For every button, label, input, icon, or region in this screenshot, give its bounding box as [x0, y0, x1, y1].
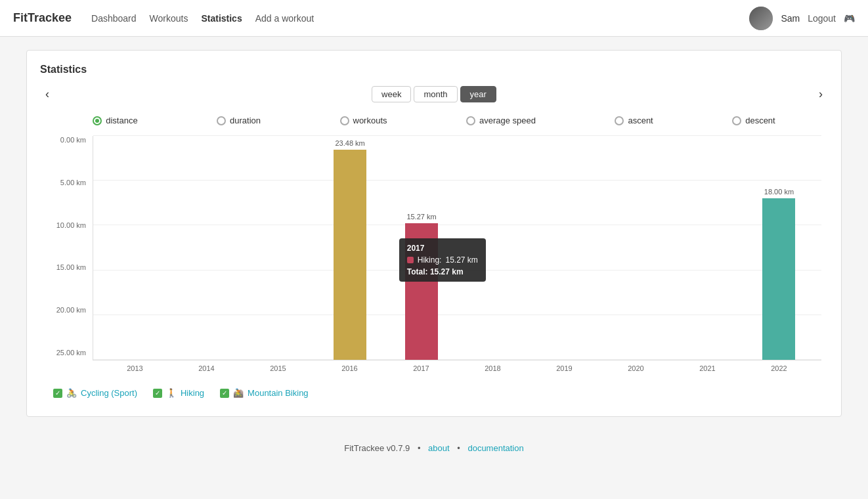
- period-buttons: week month year: [372, 86, 496, 102]
- footer-docs-link[interactable]: documentation: [467, 443, 523, 453]
- chart-inner: 25.00 km 20.00 km 15.00 km 10.00 km 5.00…: [47, 136, 821, 372]
- nav-link-add-workout[interactable]: Add a workout: [255, 11, 315, 26]
- nav-link-dashboard[interactable]: Dashboard: [91, 11, 137, 26]
- grid-line-80: [93, 180, 821, 181]
- period-controls: ‹ week month year ›: [40, 86, 828, 102]
- radio-workouts: [340, 116, 349, 125]
- period-year-button[interactable]: year: [460, 86, 496, 102]
- x-label-2017: 2017: [405, 364, 438, 372]
- metric-workouts[interactable]: workouts: [340, 116, 387, 125]
- legend-hiking-emoji: 🚶: [166, 388, 177, 398]
- bars-row: 23.48 km15.27 km18.00 km: [93, 136, 821, 360]
- metric-duration[interactable]: duration: [217, 116, 261, 125]
- metric-distance[interactable]: distance: [93, 116, 137, 125]
- bar-2017[interactable]: [405, 223, 438, 360]
- footer-about-link[interactable]: about: [428, 443, 450, 453]
- grid-line-40: [93, 270, 821, 271]
- statistics-card: Statistics ‹ week month year › distance …: [26, 50, 842, 417]
- y-label-4: 20.00 km: [47, 306, 86, 314]
- x-label-2015: 2015: [262, 364, 295, 372]
- y-axis: 25.00 km 20.00 km 15.00 km 10.00 km 5.00…: [47, 136, 93, 372]
- radio-distance: [93, 116, 102, 125]
- grid-line-0: [93, 359, 821, 360]
- nav-logout[interactable]: Logout: [808, 13, 836, 24]
- nav-link-statistics[interactable]: Statistics: [201, 11, 242, 26]
- legend-checkbox-mountain-biking[interactable]: [220, 389, 229, 398]
- metric-ascent[interactable]: ascent: [615, 116, 653, 125]
- legend-mountain-biking: 🚵 Mountain Biking: [220, 388, 309, 398]
- radio-duration: [217, 116, 226, 125]
- metric-average-speed-label: average speed: [479, 116, 536, 125]
- metric-controls: distance duration workouts average speed…: [40, 116, 828, 125]
- x-label-2019: 2019: [548, 364, 581, 372]
- footer: FitTrackee v0.7.9 • about • documentatio…: [0, 430, 868, 466]
- navbar: FitTrackee Dashboard Workouts Statistics…: [0, 0, 868, 37]
- avatar[interactable]: [749, 7, 773, 30]
- bar-2022[interactable]: [762, 198, 795, 360]
- legend-cycling-label: Cycling (Sport): [81, 388, 137, 398]
- grid-line-60: [93, 225, 821, 225]
- y-label-3: 15.00 km: [47, 263, 86, 271]
- grid-line-top: [93, 135, 821, 136]
- y-label-2: 10.00 km: [47, 221, 86, 229]
- period-month-button[interactable]: month: [414, 86, 457, 102]
- radio-ascent: [615, 116, 624, 125]
- prev-period-button[interactable]: ‹: [40, 85, 54, 104]
- nav-username: Sam: [781, 13, 800, 24]
- legend: 🚴 Cycling (Sport) 🚶 Hiking 🚵 Mountain Bi…: [40, 383, 828, 403]
- radio-average-speed: [466, 116, 475, 125]
- avatar-image: [749, 7, 773, 30]
- nav-right: Sam Logout 🎮: [749, 7, 855, 30]
- x-label-2018: 2018: [477, 364, 510, 372]
- chart-container: 25.00 km 20.00 km 15.00 km 10.00 km 5.00…: [40, 136, 828, 372]
- x-label-2016: 2016: [334, 364, 366, 372]
- radio-descent: [732, 116, 741, 125]
- x-label-2020: 2020: [620, 364, 653, 372]
- metric-descent[interactable]: descent: [732, 116, 775, 125]
- nav-brand[interactable]: FitTrackee: [13, 11, 72, 25]
- metric-distance-label: distance: [106, 116, 137, 125]
- x-label-2014: 2014: [190, 364, 223, 372]
- chart-bars-area: 23.48 km15.27 km18.00 km 2017 Hiking: 15…: [93, 136, 821, 360]
- legend-hiking: 🚶 Hiking: [153, 388, 204, 398]
- x-labels: 2013201420152016201720182019202020212022: [93, 360, 821, 372]
- metric-duration-label: duration: [230, 116, 261, 125]
- period-week-button[interactable]: week: [372, 86, 411, 102]
- metric-average-speed[interactable]: average speed: [466, 116, 536, 125]
- legend-checkbox-cycling[interactable]: [53, 389, 62, 398]
- main-content: Statistics ‹ week month year › distance …: [0, 37, 868, 430]
- bar-2016[interactable]: [334, 150, 366, 360]
- bar-label-2022: 18.00 km: [764, 188, 794, 196]
- legend-cycling-emoji: 🚴: [66, 388, 77, 398]
- chart-area: 23.48 km15.27 km18.00 km 2017 Hiking: 15…: [93, 136, 821, 372]
- legend-hiking-label: Hiking: [181, 388, 204, 398]
- metric-descent-label: descent: [745, 116, 775, 125]
- nav-link-workouts[interactable]: Workouts: [150, 11, 188, 26]
- footer-dot-1: •: [418, 443, 421, 453]
- legend-mountain-biking-label: Mountain Biking: [248, 388, 309, 398]
- legend-checkbox-hiking[interactable]: [153, 389, 162, 398]
- footer-version: v0.7.9: [387, 443, 410, 453]
- footer-dot-2: •: [457, 443, 460, 453]
- bar-label-2017: 15.27 km: [406, 213, 436, 221]
- metric-workouts-label: workouts: [353, 116, 387, 125]
- x-label-2013: 2013: [119, 364, 152, 372]
- y-label-1: 5.00 km: [47, 179, 86, 186]
- bar-label-2016: 23.48 km: [335, 139, 364, 147]
- y-label-0: 0.00 km: [47, 136, 86, 144]
- metric-ascent-label: ascent: [628, 116, 653, 125]
- page-title: Statistics: [40, 64, 828, 76]
- y-label-5: 25.00 km: [47, 349, 86, 357]
- nav-links: Dashboard Workouts Statistics Add a work…: [91, 11, 749, 26]
- legend-mountain-biking-emoji: 🚵: [233, 388, 244, 398]
- footer-brand: FitTrackee: [344, 443, 384, 453]
- nav-icon: 🎮: [844, 13, 855, 24]
- x-label-2022: 2022: [763, 364, 796, 372]
- grid-line-20: [93, 315, 821, 315]
- x-label-2021: 2021: [691, 364, 724, 372]
- next-period-button[interactable]: ›: [814, 85, 828, 104]
- legend-cycling: 🚴 Cycling (Sport): [53, 388, 137, 398]
